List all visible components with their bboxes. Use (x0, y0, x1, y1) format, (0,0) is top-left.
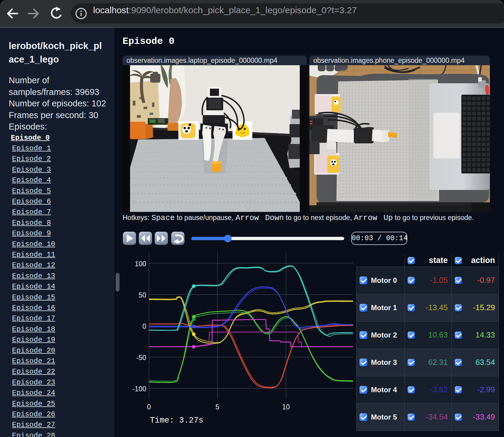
svg-text:50: 50 (138, 291, 146, 299)
svg-text:-50: -50 (136, 354, 146, 362)
svg-text:0: 0 (142, 322, 146, 330)
svg-text:5: 5 (216, 403, 220, 411)
svg-text:-100: -100 (132, 385, 146, 393)
svg-text:10: 10 (282, 403, 290, 411)
svg-text:100: 100 (135, 260, 146, 268)
svg-text:0: 0 (147, 403, 151, 411)
